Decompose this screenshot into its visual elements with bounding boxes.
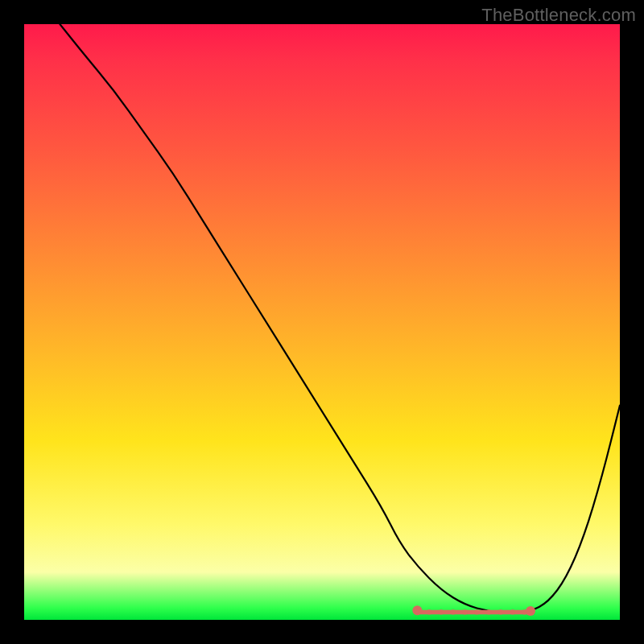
optimal-zone-marker [498,609,503,614]
optimal-zone-marker [427,609,431,614]
optimal-zone-endpoint [412,605,422,615]
curve-svg [24,24,620,620]
optimal-zone-endpoint [526,606,535,616]
optimal-zone-marker [474,609,479,614]
optimal-zone-marker [451,609,456,614]
bottleneck-curve [60,24,620,613]
chart-frame: TheBottleneck.com [0,0,644,644]
plot-area [24,24,620,620]
optimal-zone-marker [486,609,491,614]
optimal-zone-marker [510,609,515,614]
watermark-text: TheBottleneck.com [481,5,636,26]
optimal-zone-marker [439,609,444,614]
optimal-zone-marker [522,609,526,614]
optimal-zone-marker [462,609,467,614]
